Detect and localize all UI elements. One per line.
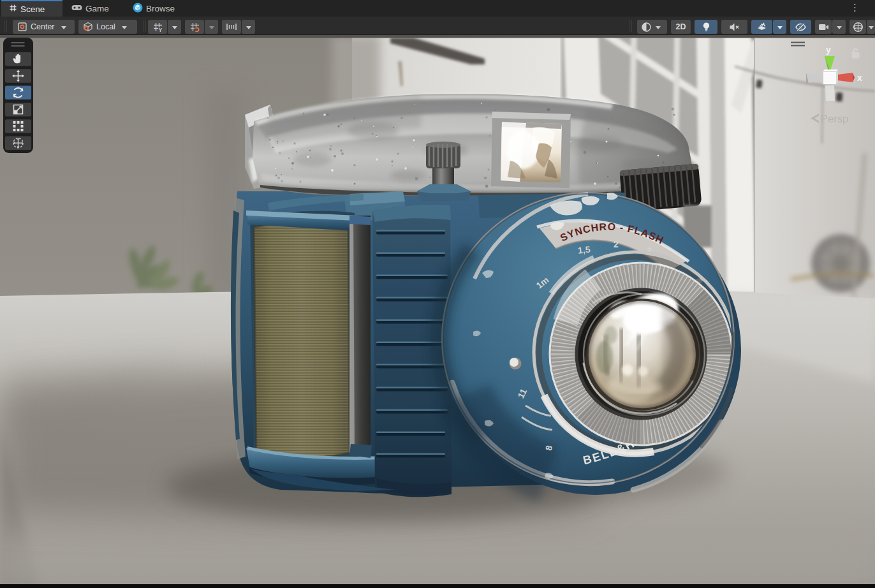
svg-text:x: x xyxy=(857,73,862,83)
svg-text:1,5: 1,5 xyxy=(577,244,591,256)
svg-text:y: y xyxy=(826,45,831,55)
svg-text:Y: Y xyxy=(158,27,162,33)
svg-text:2: 2 xyxy=(614,239,619,249)
svg-text:Persp: Persp xyxy=(821,113,848,124)
